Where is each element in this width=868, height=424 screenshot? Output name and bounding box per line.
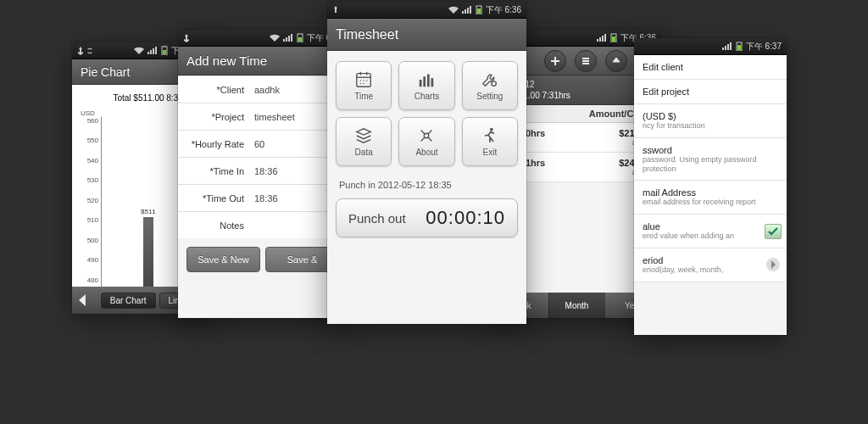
item-edit-project[interactable]: Edit project: [634, 80, 787, 104]
about-button[interactable]: About: [398, 117, 454, 166]
item-currency[interactable]: (USD $)ncy for transaction: [634, 104, 787, 138]
clock: 下午 6:36: [486, 4, 521, 16]
svg-rect-17: [424, 76, 426, 86]
calendar-icon: [353, 70, 374, 89]
list-button[interactable]: [575, 50, 597, 72]
punch-timer: 00:00:10: [426, 207, 505, 229]
statusbar: 下午 6:36: [327, 2, 526, 19]
battery-icon: [476, 5, 482, 14]
battery-icon: [161, 46, 168, 55]
svg-rect-24: [612, 36, 615, 42]
svg-rect-18: [427, 75, 430, 87]
row-time-in[interactable]: *Time In18:36: [178, 157, 348, 184]
setting-button[interactable]: Setting: [462, 61, 518, 110]
battery-icon: [610, 33, 617, 42]
item-email[interactable]: mail Addressemail address for receiving …: [634, 181, 787, 215]
clock: 下午 6:37: [746, 41, 782, 53]
punch-in-line: Punch in 2012-05-12 18:35: [327, 171, 526, 195]
wifi-icon: [134, 47, 144, 54]
run-icon: [480, 126, 500, 145]
signal-icon: [597, 34, 607, 42]
row-hourly-rate[interactable]: *Hourly Rate60: [178, 130, 348, 157]
svg-rect-16: [420, 80, 422, 86]
svg-point-15: [363, 83, 364, 84]
y-ticks: 560550540530520510500490480470: [79, 117, 101, 304]
stack-icon: [353, 126, 374, 145]
svg-point-11: [360, 80, 361, 81]
back-icon[interactable]: [77, 292, 97, 309]
svg-point-22: [490, 128, 493, 131]
item-period[interactable]: erioderiod(day, week, month,: [634, 248, 787, 282]
row-notes[interactable]: Notes: [178, 211, 348, 238]
page-title: Add new Time: [178, 47, 348, 75]
screen-timesheet-home: 下午 6:36 Timesheet Time Charts Setting Da…: [327, 2, 526, 324]
svg-point-14: [360, 83, 361, 84]
page-title: Timesheet: [327, 19, 526, 51]
usb-icon: [77, 47, 84, 55]
exit-button[interactable]: Exit: [462, 117, 518, 166]
item-password[interactable]: sswordpassword. Using empty password pro…: [634, 138, 787, 181]
statusbar: 下午 6:36: [178, 30, 348, 47]
row-project[interactable]: *Projecttimesheet: [178, 103, 348, 130]
svg-rect-19: [431, 78, 434, 86]
item-default-value[interactable]: alueered value when adding an: [634, 215, 787, 248]
about-icon: [416, 126, 437, 145]
wifi-icon: [448, 6, 459, 14]
svg-rect-4: [298, 37, 302, 42]
statusbar: 下午 6:37: [634, 38, 787, 55]
punch-out-button[interactable]: Punch out 00:00:10: [336, 198, 518, 237]
signal-icon: [722, 42, 732, 50]
wrench-icon: [480, 70, 500, 89]
screen-settings: 下午 6:37 Edit client Edit project (USD $)…: [634, 38, 787, 335]
svg-rect-6: [477, 8, 481, 14]
wifi-icon: [270, 34, 280, 42]
chart-icon: [416, 70, 437, 89]
settings-list: Edit client Edit project (USD $)ncy for …: [634, 55, 787, 282]
svg-point-21: [425, 133, 430, 138]
save-new-button[interactable]: Save & New: [186, 247, 260, 272]
chevron-right-icon: [766, 258, 780, 271]
add-button[interactable]: [544, 50, 566, 72]
battery-icon: [297, 33, 303, 42]
svg-point-20: [492, 81, 497, 86]
usb-icon: [332, 6, 339, 14]
time-button[interactable]: Time: [336, 61, 392, 110]
check-icon[interactable]: [765, 224, 782, 239]
sync-icon: [86, 47, 93, 55]
signal-icon: [147, 47, 158, 54]
up-button[interactable]: [605, 50, 627, 72]
usb-icon: [183, 34, 190, 42]
battery-icon: [736, 42, 743, 51]
row-client[interactable]: *Clientaadhk: [178, 75, 348, 103]
form: *Clientaadhk *Projecttimesheet *Hourly R…: [178, 75, 348, 238]
punch-out-label: Punch out: [348, 211, 406, 226]
screen-add-time: 下午 6:36 Add new Time *Clientaadhk *Proje…: [178, 30, 348, 318]
svg-rect-1: [164, 46, 165, 47]
signal-icon: [462, 6, 472, 14]
item-edit-client[interactable]: Edit client: [634, 55, 787, 80]
signal-icon: [283, 34, 293, 42]
charts-button[interactable]: Charts: [398, 61, 454, 110]
svg-point-13: [366, 80, 367, 81]
svg-point-12: [363, 80, 364, 81]
data-button[interactable]: Data: [336, 117, 392, 166]
svg-rect-27: [737, 45, 741, 50]
svg-rect-2: [163, 50, 166, 54]
bar-label: $511: [141, 208, 156, 215]
row-time-out[interactable]: *Time Out18:36: [178, 184, 348, 211]
tab-month[interactable]: Month: [548, 293, 605, 318]
tab-bar-chart[interactable]: Bar Chart: [101, 293, 156, 309]
